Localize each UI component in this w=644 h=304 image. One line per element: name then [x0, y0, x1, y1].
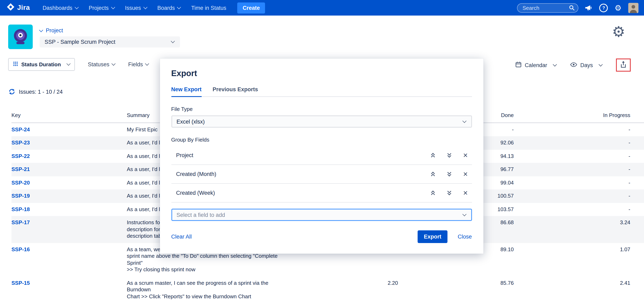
move-to-top-button[interactable] — [430, 152, 436, 158]
jira-logo[interactable]: Jira — [6, 3, 30, 13]
calendar-icon — [515, 61, 522, 69]
project-select-value: SSP - Sample Scrum Project — [44, 39, 115, 45]
move-to-top-button[interactable] — [430, 190, 436, 196]
dialog-footer: Clear All Export Close — [171, 230, 472, 243]
group-field-name: Created (Week) — [176, 190, 420, 196]
double-chevron-up-icon — [430, 172, 436, 177]
issue-key-link[interactable]: SSP-17 — [12, 219, 30, 226]
days-dropdown[interactable]: Days — [570, 62, 602, 68]
in-progress-cell: - — [514, 163, 630, 176]
project-avatar[interactable] — [8, 24, 33, 49]
clear-all-button[interactable]: Clear All — [171, 234, 192, 240]
in-progress-cell: - — [514, 150, 630, 163]
status-value-cell: 2.20 — [298, 276, 398, 290]
eye-icon — [570, 62, 577, 68]
remove-field-button[interactable]: × — [463, 152, 468, 158]
report-settings-gear-icon[interactable]: ⚙ — [612, 24, 625, 39]
in-progress-cell: - — [514, 176, 630, 190]
fields-dropdown[interactable]: Fields — [128, 61, 149, 68]
in-progress-cell: 2.41 — [514, 276, 630, 290]
chevron-down-icon — [462, 119, 466, 123]
help-icon[interactable]: ? — [600, 4, 608, 12]
tab-previous-exports[interactable]: Previous Exports — [213, 86, 258, 96]
issue-key-link[interactable]: SSP-20 — [12, 180, 30, 186]
issue-key-link[interactable]: SSP-15 — [12, 280, 30, 286]
top-navigation: Jira Dashboards Projects Issues Boards T… — [0, 0, 644, 16]
create-button[interactable]: Create — [237, 2, 265, 13]
refresh-icon — [8, 88, 15, 95]
tab-new-export[interactable]: New Export — [171, 86, 202, 97]
issue-key-link[interactable]: SSP-24 — [12, 126, 30, 132]
double-chevron-down-icon — [447, 190, 452, 196]
nav-item-label: Boards — [157, 5, 175, 11]
statuses-label: Statuses — [88, 61, 110, 68]
refresh-button[interactable] — [8, 88, 15, 95]
announcement-icon[interactable] — [585, 4, 593, 11]
nav-item-label: Projects — [89, 5, 109, 11]
nav-item-dashboards[interactable]: Dashboards — [38, 5, 82, 11]
in-progress-cell: 3.24 — [514, 216, 630, 229]
column-header-in-progress[interactable]: In Progress — [514, 110, 630, 119]
file-type-label: File Type — [171, 106, 472, 112]
close-x-icon: × — [463, 190, 468, 196]
export-submit-button[interactable]: Export — [418, 230, 448, 243]
export-dialog: Export New Export Previous Exports File … — [160, 58, 483, 254]
nav-item-projects[interactable]: Projects — [84, 5, 119, 11]
double-chevron-down-icon — [447, 172, 452, 177]
issue-key-link[interactable]: SSP-19 — [12, 193, 30, 199]
nav-item-time-in-status[interactable]: Time in Status — [187, 5, 231, 11]
issues-counter: Issues: 1 - 10 / 24 — [19, 88, 63, 95]
status-duration-label: Status Duration — [21, 61, 61, 68]
file-type-select[interactable]: Excel (xlsx) — [171, 116, 472, 128]
chevron-down-icon — [143, 5, 147, 9]
move-to-top-button[interactable] — [430, 172, 436, 177]
jira-logo-icon — [6, 3, 15, 13]
move-to-bottom-button[interactable] — [447, 152, 452, 158]
days-label: Days — [580, 62, 593, 68]
issue-key-link[interactable]: SSP-21 — [12, 166, 30, 172]
double-chevron-up-icon — [430, 152, 436, 158]
breadcrumb-project[interactable]: Project — [40, 28, 63, 34]
in-progress-cell: - — [514, 123, 630, 136]
move-to-bottom-button[interactable] — [447, 172, 452, 177]
calendar-label: Calendar — [525, 62, 547, 68]
page: Jira Dashboards Projects Issues Boards T… — [0, 0, 644, 304]
summary-cell: As a scrum master, I can see the progres… — [127, 276, 298, 303]
close-button[interactable]: Close — [458, 234, 472, 240]
calendar-dropdown[interactable]: Calendar — [515, 61, 556, 69]
statuses-dropdown[interactable]: Statuses — [88, 61, 115, 68]
user-avatar[interactable] — [628, 3, 638, 13]
add-field-select[interactable]: Select a field to add — [171, 209, 472, 221]
search — [517, 3, 578, 12]
column-header-key[interactable]: Key — [12, 110, 127, 119]
nav-item-label: Issues — [125, 5, 141, 11]
group-by-fields-list: Project × Created (Month) — [171, 146, 472, 202]
status-duration-dropdown[interactable]: Status Duration — [8, 58, 75, 71]
issue-key-link[interactable]: SSP-23 — [12, 140, 30, 146]
file-type-value: Excel (xlsx) — [176, 118, 205, 124]
group-field-name: Created (Month) — [176, 171, 420, 177]
nav-item-issues[interactable]: Issues — [120, 5, 151, 11]
nav-item-boards[interactable]: Boards — [153, 5, 185, 11]
in-progress-cell: - — [514, 203, 630, 216]
project-header: Project SSP - Sample Scrum Project ⚙ — [0, 16, 644, 54]
issue-key-link[interactable]: SSP-16 — [12, 246, 30, 252]
double-chevron-down-icon — [447, 152, 452, 158]
issue-key-link[interactable]: SSP-18 — [12, 206, 30, 212]
settings-gear-icon[interactable]: ⚙ — [614, 4, 622, 12]
issue-key-link[interactable]: SSP-22 — [12, 153, 30, 159]
group-field-name: Project — [176, 152, 420, 158]
add-field-placeholder: Select a field to add — [176, 212, 225, 218]
chevron-down-icon — [39, 28, 43, 32]
remove-field-button[interactable]: × — [463, 190, 468, 196]
export-button[interactable] — [616, 58, 630, 72]
in-progress-cell: 1.07 — [514, 243, 630, 256]
remove-field-button[interactable]: × — [463, 172, 468, 177]
chevron-down-icon — [177, 5, 181, 9]
in-progress-cell: - — [514, 190, 630, 203]
chevron-down-icon — [66, 62, 70, 66]
export-icon — [620, 61, 626, 69]
move-to-bottom-button[interactable] — [447, 190, 452, 196]
search-icon — [569, 5, 575, 12]
project-select[interactable]: SSP - Sample Scrum Project — [40, 36, 180, 48]
